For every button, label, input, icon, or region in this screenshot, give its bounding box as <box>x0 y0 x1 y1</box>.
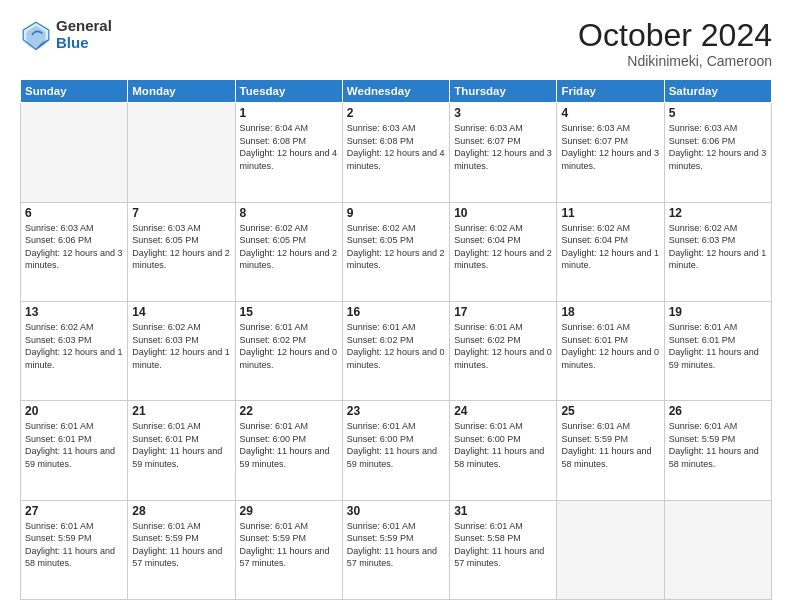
day-info: Sunrise: 6:01 AMSunset: 6:00 PMDaylight:… <box>347 420 445 470</box>
calendar-row: 6 Sunrise: 6:03 AMSunset: 6:06 PMDayligh… <box>21 202 772 301</box>
day-cell: 5 Sunrise: 6:03 AMSunset: 6:06 PMDayligh… <box>664 103 771 202</box>
day-cell: 3 Sunrise: 6:03 AMSunset: 6:07 PMDayligh… <box>450 103 557 202</box>
day-number: 15 <box>240 305 338 319</box>
day-info: Sunrise: 6:02 AMSunset: 6:05 PMDaylight:… <box>347 222 445 272</box>
day-cell: 10 Sunrise: 6:02 AMSunset: 6:04 PMDaylig… <box>450 202 557 301</box>
day-info: Sunrise: 6:01 AMSunset: 5:59 PMDaylight:… <box>669 420 767 470</box>
day-number: 16 <box>347 305 445 319</box>
day-number: 23 <box>347 404 445 418</box>
day-cell: 16 Sunrise: 6:01 AMSunset: 6:02 PMDaylig… <box>342 301 449 400</box>
empty-cell <box>664 500 771 599</box>
calendar-table: Sunday Monday Tuesday Wednesday Thursday… <box>20 79 772 600</box>
day-info: Sunrise: 6:01 AMSunset: 6:02 PMDaylight:… <box>347 321 445 371</box>
day-cell: 22 Sunrise: 6:01 AMSunset: 6:00 PMDaylig… <box>235 401 342 500</box>
logo-text: General Blue <box>56 18 112 51</box>
day-info: Sunrise: 6:03 AMSunset: 6:06 PMDaylight:… <box>669 122 767 172</box>
day-info: Sunrise: 6:01 AMSunset: 6:01 PMDaylight:… <box>669 321 767 371</box>
day-info: Sunrise: 6:03 AMSunset: 6:07 PMDaylight:… <box>561 122 659 172</box>
day-info: Sunrise: 6:02 AMSunset: 6:04 PMDaylight:… <box>454 222 552 272</box>
day-info: Sunrise: 6:01 AMSunset: 5:59 PMDaylight:… <box>25 520 123 570</box>
day-cell: 31 Sunrise: 6:01 AMSunset: 5:58 PMDaylig… <box>450 500 557 599</box>
calendar-row: 27 Sunrise: 6:01 AMSunset: 5:59 PMDaylig… <box>21 500 772 599</box>
logo-blue-text: Blue <box>56 35 112 52</box>
title-area: October 2024 Ndikinimeki, Cameroon <box>578 18 772 69</box>
day-cell: 13 Sunrise: 6:02 AMSunset: 6:03 PMDaylig… <box>21 301 128 400</box>
day-info: Sunrise: 6:01 AMSunset: 5:59 PMDaylight:… <box>240 520 338 570</box>
day-info: Sunrise: 6:02 AMSunset: 6:03 PMDaylight:… <box>25 321 123 371</box>
day-number: 27 <box>25 504 123 518</box>
header-wednesday: Wednesday <box>342 80 449 103</box>
logo-icon <box>20 19 52 51</box>
day-number: 18 <box>561 305 659 319</box>
header-friday: Friday <box>557 80 664 103</box>
day-number: 1 <box>240 106 338 120</box>
page: General Blue October 2024 Ndikinimeki, C… <box>0 0 792 612</box>
day-info: Sunrise: 6:01 AMSunset: 5:59 PMDaylight:… <box>132 520 230 570</box>
day-cell: 9 Sunrise: 6:02 AMSunset: 6:05 PMDayligh… <box>342 202 449 301</box>
day-info: Sunrise: 6:04 AMSunset: 6:08 PMDaylight:… <box>240 122 338 172</box>
day-cell: 30 Sunrise: 6:01 AMSunset: 5:59 PMDaylig… <box>342 500 449 599</box>
day-cell: 14 Sunrise: 6:02 AMSunset: 6:03 PMDaylig… <box>128 301 235 400</box>
day-number: 28 <box>132 504 230 518</box>
day-number: 9 <box>347 206 445 220</box>
header-thursday: Thursday <box>450 80 557 103</box>
day-number: 10 <box>454 206 552 220</box>
day-cell: 11 Sunrise: 6:02 AMSunset: 6:04 PMDaylig… <box>557 202 664 301</box>
day-number: 4 <box>561 106 659 120</box>
calendar-row: 20 Sunrise: 6:01 AMSunset: 6:01 PMDaylig… <box>21 401 772 500</box>
day-info: Sunrise: 6:02 AMSunset: 6:03 PMDaylight:… <box>132 321 230 371</box>
day-info: Sunrise: 6:01 AMSunset: 6:02 PMDaylight:… <box>240 321 338 371</box>
empty-cell <box>128 103 235 202</box>
day-cell: 21 Sunrise: 6:01 AMSunset: 6:01 PMDaylig… <box>128 401 235 500</box>
day-cell: 6 Sunrise: 6:03 AMSunset: 6:06 PMDayligh… <box>21 202 128 301</box>
day-info: Sunrise: 6:03 AMSunset: 6:06 PMDaylight:… <box>25 222 123 272</box>
day-number: 20 <box>25 404 123 418</box>
logo-general-text: General <box>56 18 112 35</box>
day-cell: 20 Sunrise: 6:01 AMSunset: 6:01 PMDaylig… <box>21 401 128 500</box>
month-title: October 2024 <box>578 18 772 53</box>
calendar-row: 13 Sunrise: 6:02 AMSunset: 6:03 PMDaylig… <box>21 301 772 400</box>
day-cell: 2 Sunrise: 6:03 AMSunset: 6:08 PMDayligh… <box>342 103 449 202</box>
day-number: 7 <box>132 206 230 220</box>
day-info: Sunrise: 6:02 AMSunset: 6:05 PMDaylight:… <box>240 222 338 272</box>
day-info: Sunrise: 6:01 AMSunset: 5:58 PMDaylight:… <box>454 520 552 570</box>
day-cell: 24 Sunrise: 6:01 AMSunset: 6:00 PMDaylig… <box>450 401 557 500</box>
day-number: 29 <box>240 504 338 518</box>
header-saturday: Saturday <box>664 80 771 103</box>
day-number: 13 <box>25 305 123 319</box>
logo: General Blue <box>20 18 112 51</box>
day-number: 19 <box>669 305 767 319</box>
day-number: 26 <box>669 404 767 418</box>
day-cell: 26 Sunrise: 6:01 AMSunset: 5:59 PMDaylig… <box>664 401 771 500</box>
day-cell: 29 Sunrise: 6:01 AMSunset: 5:59 PMDaylig… <box>235 500 342 599</box>
day-number: 17 <box>454 305 552 319</box>
day-cell: 4 Sunrise: 6:03 AMSunset: 6:07 PMDayligh… <box>557 103 664 202</box>
day-number: 8 <box>240 206 338 220</box>
day-number: 5 <box>669 106 767 120</box>
day-cell: 7 Sunrise: 6:03 AMSunset: 6:05 PMDayligh… <box>128 202 235 301</box>
day-number: 24 <box>454 404 552 418</box>
day-number: 14 <box>132 305 230 319</box>
day-number: 31 <box>454 504 552 518</box>
weekday-header-row: Sunday Monday Tuesday Wednesday Thursday… <box>21 80 772 103</box>
empty-cell <box>557 500 664 599</box>
day-info: Sunrise: 6:02 AMSunset: 6:03 PMDaylight:… <box>669 222 767 272</box>
day-info: Sunrise: 6:03 AMSunset: 6:08 PMDaylight:… <box>347 122 445 172</box>
day-number: 6 <box>25 206 123 220</box>
day-info: Sunrise: 6:01 AMSunset: 6:00 PMDaylight:… <box>240 420 338 470</box>
day-number: 2 <box>347 106 445 120</box>
day-info: Sunrise: 6:01 AMSunset: 6:01 PMDaylight:… <box>25 420 123 470</box>
day-info: Sunrise: 6:01 AMSunset: 5:59 PMDaylight:… <box>347 520 445 570</box>
empty-cell <box>21 103 128 202</box>
day-cell: 1 Sunrise: 6:04 AMSunset: 6:08 PMDayligh… <box>235 103 342 202</box>
day-number: 30 <box>347 504 445 518</box>
day-number: 21 <box>132 404 230 418</box>
day-cell: 19 Sunrise: 6:01 AMSunset: 6:01 PMDaylig… <box>664 301 771 400</box>
day-cell: 18 Sunrise: 6:01 AMSunset: 6:01 PMDaylig… <box>557 301 664 400</box>
day-cell: 23 Sunrise: 6:01 AMSunset: 6:00 PMDaylig… <box>342 401 449 500</box>
calendar-row: 1 Sunrise: 6:04 AMSunset: 6:08 PMDayligh… <box>21 103 772 202</box>
day-info: Sunrise: 6:01 AMSunset: 6:02 PMDaylight:… <box>454 321 552 371</box>
day-cell: 15 Sunrise: 6:01 AMSunset: 6:02 PMDaylig… <box>235 301 342 400</box>
day-cell: 8 Sunrise: 6:02 AMSunset: 6:05 PMDayligh… <box>235 202 342 301</box>
location-subtitle: Ndikinimeki, Cameroon <box>578 53 772 69</box>
